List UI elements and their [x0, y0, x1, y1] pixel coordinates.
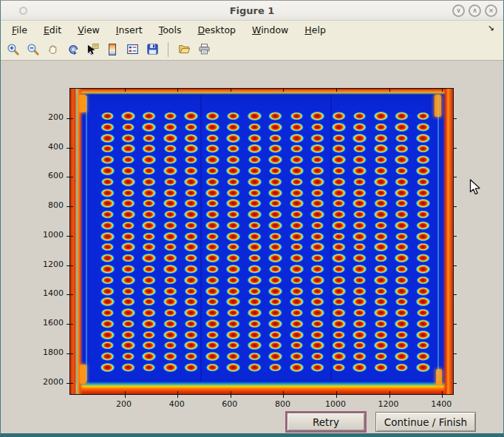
well-dot — [269, 363, 282, 371]
well-dot — [374, 331, 388, 339]
retry-button[interactable]: Retry — [287, 413, 365, 431]
well-dot — [205, 319, 219, 328]
well-dot — [248, 287, 261, 295]
well-dot — [101, 342, 113, 350]
well-dot — [184, 331, 198, 339]
well-dot — [311, 353, 324, 361]
open-file-button[interactable] — [177, 43, 191, 56]
save-figure-button[interactable] — [146, 43, 159, 56]
menu-item-tools[interactable]: Tools — [151, 22, 190, 38]
well-dot — [416, 243, 429, 251]
axis-tick — [231, 88, 231, 92]
well-dot — [353, 287, 367, 296]
menu-item-help[interactable]: Help — [296, 22, 334, 38]
well-dot — [374, 287, 386, 295]
well-dot — [268, 210, 282, 219]
well-dot — [122, 287, 134, 295]
well-dot — [310, 166, 324, 175]
axis-tick — [177, 88, 178, 92]
axis-tick — [69, 118, 73, 119]
close-button[interactable]: × — [485, 4, 497, 17]
zoom-out-icon — [27, 43, 39, 55]
well-dot — [206, 166, 219, 175]
menu-item-insert[interactable]: Insert — [108, 22, 151, 38]
well-dot — [226, 297, 241, 307]
well-dot — [248, 134, 262, 143]
well-dot — [311, 221, 324, 229]
well-dot — [185, 319, 197, 328]
well-dot — [269, 298, 282, 306]
x-axis-tick-label: 1000 — [316, 399, 355, 409]
rotate-3d-button[interactable] — [66, 43, 79, 56]
zoom-out-button[interactable] — [26, 43, 39, 56]
well-dot — [120, 341, 135, 350]
well-dot — [416, 287, 430, 296]
well-dot — [227, 342, 239, 350]
well-dot — [122, 156, 134, 164]
axis-tick — [454, 177, 457, 177]
well-dot — [395, 134, 408, 142]
maximize-button[interactable]: ∧ — [469, 4, 481, 17]
plate-rim-top — [70, 89, 453, 95]
well-dot — [248, 199, 262, 208]
well-dot — [120, 275, 135, 285]
well-dot — [226, 319, 240, 328]
well-dot — [353, 155, 367, 164]
well-dot — [353, 123, 367, 132]
well-dot — [416, 155, 430, 164]
well-dot — [268, 308, 282, 317]
menu-item-desktop[interactable]: Desktop — [189, 22, 244, 38]
insert-legend-icon — [126, 43, 139, 55]
menu-item-window[interactable]: Window — [244, 22, 296, 38]
plate-streak — [437, 96, 439, 381]
title-bar: Figure 1 ∨∧× — [1, 1, 503, 21]
axis-tick — [336, 395, 337, 398]
well-dot — [353, 243, 366, 251]
well-dot — [268, 144, 282, 153]
well-dot — [227, 112, 239, 120]
well-dot — [269, 232, 282, 240]
dock-figure-arrow-icon[interactable]: ↘ — [488, 24, 494, 33]
well-dot — [247, 341, 262, 350]
menu-item-file[interactable]: File — [4, 22, 35, 38]
well-dot — [163, 254, 177, 262]
plot-image[interactable] — [69, 88, 454, 395]
shade-button[interactable]: ∨ — [452, 4, 465, 17]
window-menu-icon[interactable] — [19, 7, 27, 15]
continue-finish-button[interactable]: Continue / Finish — [375, 412, 476, 432]
well-dot — [206, 363, 219, 371]
well-dot — [205, 243, 219, 251]
pan-button[interactable] — [46, 43, 59, 56]
well-dot — [122, 254, 134, 262]
y-axis-tick-label: 1200 — [27, 260, 64, 269]
well-dot — [353, 133, 367, 143]
menu-item-view[interactable]: View — [69, 22, 108, 38]
well-dot — [290, 177, 302, 186]
well-dot — [248, 156, 261, 164]
well-dot — [120, 112, 135, 121]
well-dot — [353, 210, 366, 218]
well-dot — [163, 123, 177, 132]
well-dot — [142, 319, 157, 328]
well-dot — [331, 254, 346, 263]
well-dot — [120, 243, 135, 252]
menu-item-edit[interactable]: Edit — [35, 22, 69, 38]
well-dot — [184, 144, 199, 154]
well-dot — [227, 177, 239, 186]
well-dot — [353, 265, 367, 274]
well-dot — [143, 265, 155, 273]
axis-tick — [454, 118, 457, 119]
data-cursor-button[interactable] — [86, 43, 99, 56]
axis-tick — [69, 265, 73, 266]
well-dot — [248, 254, 261, 262]
insert-colorbar-button[interactable] — [106, 43, 119, 56]
well-dot — [226, 155, 240, 164]
well-dot — [101, 308, 113, 316]
zoom-in-button[interactable] — [6, 43, 19, 56]
axis-tick — [125, 88, 126, 92]
print-button[interactable] — [197, 43, 211, 56]
well-dot — [373, 341, 388, 350]
insert-legend-button[interactable] — [126, 43, 139, 56]
plate-rim-right — [443, 89, 453, 394]
well-dot — [226, 363, 241, 373]
